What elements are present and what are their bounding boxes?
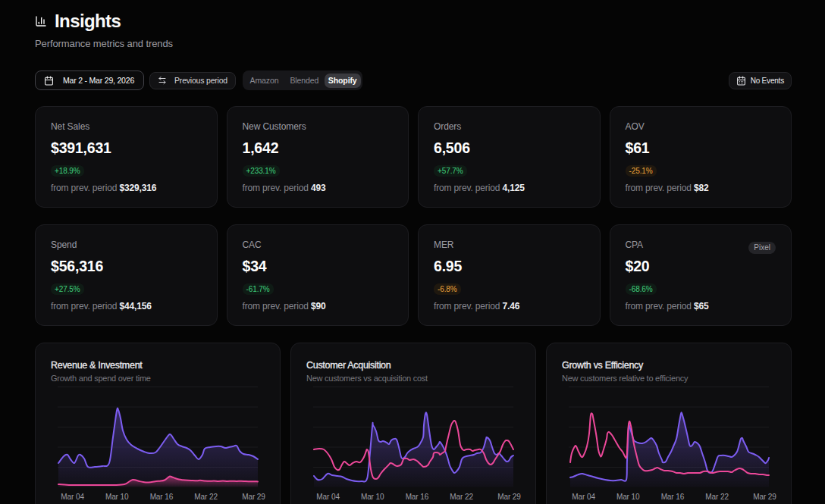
svg-text:Mar 16: Mar 16 xyxy=(150,493,174,501)
svg-text:Mar 04: Mar 04 xyxy=(61,493,84,501)
svg-text:Mar 29: Mar 29 xyxy=(753,493,776,501)
svg-text:Mar 16: Mar 16 xyxy=(661,493,685,501)
svg-text:Mar 04: Mar 04 xyxy=(572,493,595,501)
svg-text:Mar 10: Mar 10 xyxy=(105,493,129,501)
svg-text:Mar 04: Mar 04 xyxy=(316,493,340,501)
svg-text:Mar 22: Mar 22 xyxy=(194,493,218,501)
svg-text:Mar 10: Mar 10 xyxy=(616,493,640,501)
svg-text:Mar 22: Mar 22 xyxy=(450,493,473,501)
svg-text:Mar 29: Mar 29 xyxy=(497,493,521,501)
svg-text:Mar 29: Mar 29 xyxy=(242,493,265,501)
svg-text:Mar 22: Mar 22 xyxy=(705,493,729,501)
svg-text:Mar 16: Mar 16 xyxy=(406,493,429,501)
svg-text:Mar 10: Mar 10 xyxy=(361,493,384,501)
